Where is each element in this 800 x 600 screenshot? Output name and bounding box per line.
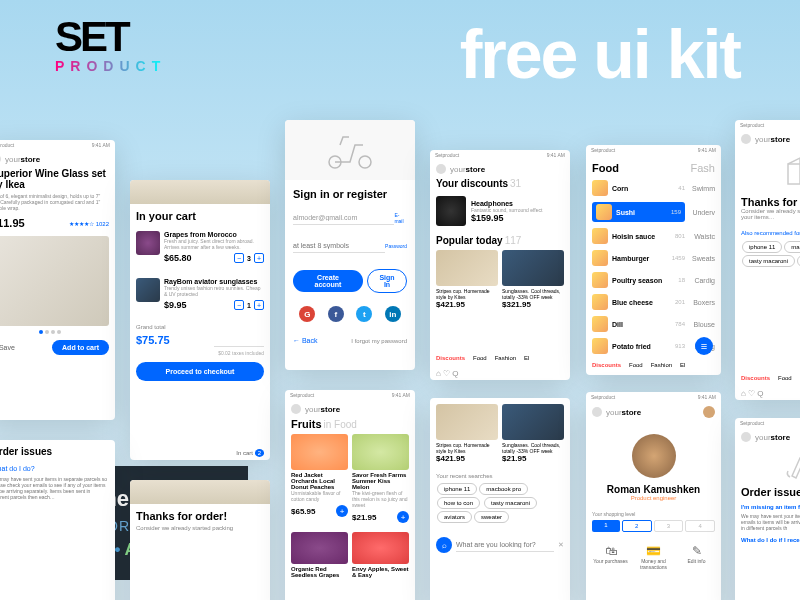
svg-point-1 — [359, 156, 371, 168]
screen-thanks-2: Thanks for order! Consider we already st… — [130, 480, 270, 600]
facebook-icon[interactable]: f — [328, 306, 344, 322]
profile-avatar — [632, 434, 676, 478]
food-row[interactable]: Dill784Blouse — [592, 313, 715, 335]
screen-food-categories: Setproduct9:41 AM FoodFash Corn41SwimmSu… — [586, 145, 721, 375]
product-image — [436, 196, 466, 226]
bottle-icon — [782, 451, 800, 481]
password-input[interactable] — [293, 239, 385, 253]
screen-profile: Setproduct9:41 AM yourstore Roman Kamush… — [586, 392, 721, 600]
add-button[interactable]: + — [397, 511, 409, 523]
food-row[interactable]: Sushi159Underv — [592, 199, 715, 225]
screen-search: Stripes cup. Homemade style by Kites $42… — [430, 398, 570, 600]
qty-stepper[interactable]: −1+ — [234, 300, 264, 310]
grand-total: $75.75 — [136, 334, 170, 346]
product-price: $11.95 — [0, 217, 25, 229]
back-button[interactable]: ← Back — [293, 337, 318, 344]
cart-item-image — [136, 231, 160, 255]
email-input[interactable] — [293, 211, 394, 225]
screen-fruits: Setproduct9:41 AM yourstore Fruits in Fo… — [285, 390, 415, 600]
food-row[interactable]: Poultry season18Cardig — [592, 269, 715, 291]
product-image — [0, 236, 109, 326]
menu-purchases[interactable]: 🛍Your purchases — [592, 544, 629, 570]
signin-button[interactable]: Sign In — [367, 269, 407, 293]
avatar[interactable] — [703, 406, 715, 418]
forgot-link[interactable]: I forgot my password — [351, 338, 407, 344]
screen-product-detail: Setproduct9:41 AM yourstore Superior Win… — [0, 140, 115, 420]
filter-fab[interactable]: ≡ — [695, 337, 713, 355]
qty-stepper[interactable]: −3+ — [234, 253, 264, 263]
screen-thanks: Setproduct9:41 AM yourstore Thanks for o… — [735, 120, 800, 400]
food-row[interactable]: Corn41Swimm — [592, 177, 715, 199]
linkedin-icon[interactable]: in — [385, 306, 401, 322]
rating: ★★★★☆ 1022 — [69, 220, 109, 227]
google-icon[interactable]: G — [299, 306, 315, 322]
product-image — [291, 434, 348, 470]
screen-order-issues-2: Setproduct9:41 AM yourstore Order issues… — [735, 418, 800, 600]
add-button[interactable]: + — [336, 505, 348, 517]
product-image — [352, 434, 409, 470]
svg-rect-2 — [788, 164, 800, 184]
hero-title: free ui kit — [460, 15, 740, 93]
product-image — [436, 250, 498, 286]
menu-money[interactable]: 💳Money and transactions — [635, 544, 672, 570]
menu-edit[interactable]: ✎Edit info — [678, 544, 715, 570]
logo-sub: PRODUCT — [55, 58, 166, 74]
cart-item-image — [136, 278, 160, 302]
signin-title: Sign in or register — [293, 188, 407, 200]
package-icon — [780, 154, 800, 190]
checkout-button[interactable]: Proceed to checkout — [136, 362, 264, 381]
food-row[interactable]: Blue cheese201Boxers — [592, 291, 715, 313]
create-account-button[interactable]: Create account — [293, 270, 363, 292]
search-icon[interactable]: ⌕ — [436, 537, 452, 553]
search-input[interactable] — [456, 538, 554, 552]
twitter-icon[interactable]: t — [356, 306, 372, 322]
profile-role: Product engineer — [592, 495, 715, 501]
promo-input[interactable] — [214, 333, 264, 347]
product-image — [502, 250, 564, 286]
food-row[interactable]: Hamburger1459Sweats — [592, 247, 715, 269]
screen-discounts: Setproduct9:41 AM yourstore Your discoun… — [430, 150, 570, 380]
product-title: Superior Wine Glass set by Ikea — [0, 168, 109, 190]
profile-name: Roman Kamushken — [592, 484, 715, 495]
screen-order-issues: Order issues What do I do? We may have s… — [0, 440, 115, 600]
screen-cart: In your cart Grapes from Morocco Fresh a… — [130, 180, 270, 460]
logo: SET PRODUCT — [55, 20, 166, 74]
cart-title: In your cart — [136, 210, 264, 222]
add-to-cart-button[interactable]: Add to cart — [52, 340, 109, 355]
food-row[interactable]: Hoisin sauce801Waistc — [592, 225, 715, 247]
logo-main: SET — [55, 20, 128, 54]
screen-signin: Sign in or register E-mail Password Crea… — [285, 120, 415, 370]
product-desc: Set of 6, elegant minimalist design, hol… — [0, 193, 109, 211]
scooter-icon — [325, 130, 375, 170]
